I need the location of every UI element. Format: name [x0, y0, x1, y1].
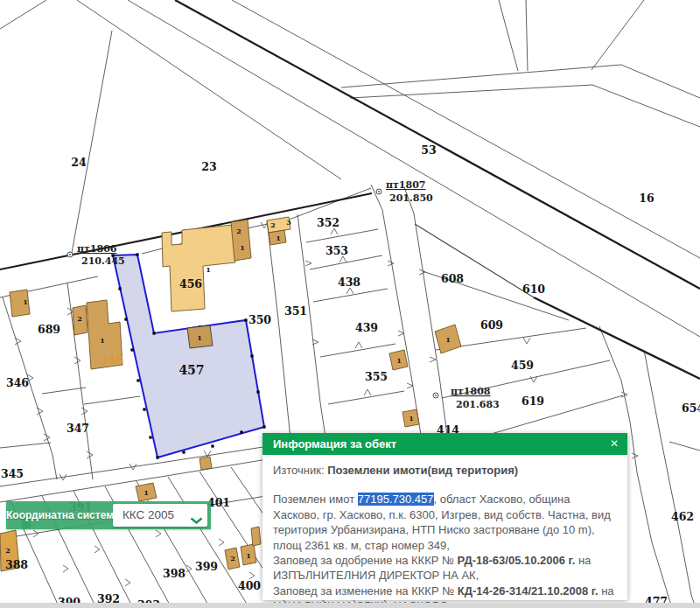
survey-point-elevation: 201.850: [389, 192, 433, 204]
popup-body: Източник: Поземлени имоти(вид територия)…: [262, 455, 627, 608]
building-number-label: 1: [206, 265, 211, 274]
parcel-number-label: 347: [66, 422, 89, 435]
source-value: Поземлени имоти(вид територия): [327, 464, 518, 477]
parcel-number-label: 459: [511, 359, 534, 372]
building-number-label: 2: [5, 546, 10, 555]
survey-point-center: [69, 254, 71, 255]
survey-point-name: пт1806: [77, 243, 117, 255]
building: [251, 527, 261, 546]
map-bottom-edge: [0, 603, 700, 608]
building-number-label: 3: [286, 218, 291, 227]
parcel-number-label: 439: [355, 321, 378, 334]
parcel-number-label: 350: [248, 313, 271, 326]
order-text: Заповед за одобрение на КККР №: [273, 554, 458, 567]
chevron-down-icon[interactable]: [190, 517, 203, 525]
survey-point-center: [435, 395, 437, 396]
cadastre-viewer: пт1806210.445пт1807201.850пт1808201.683 …: [0, 0, 700, 608]
coordinate-system-bar: Координатна система ККС 2005: [6, 501, 211, 529]
parcel-number-label: 689: [38, 323, 60, 336]
parcel-number-label: 398: [163, 567, 186, 580]
parcel-number-label: 351: [284, 304, 307, 318]
parcel-number-label: 438: [338, 276, 360, 289]
parcel-number-label: 346: [6, 376, 29, 389]
source-line: Източник: Поземлени имоти(вид територия): [273, 463, 617, 478]
parcel-number-label: 609: [480, 318, 503, 332]
order-approval-line: Заповед за одобрение на КККР № РД-18-63/…: [273, 553, 617, 584]
building: [200, 457, 212, 470]
building-number-label: 2: [236, 227, 242, 235]
survey-point-name: пт1808: [451, 386, 491, 397]
parcel-number-label: 53: [421, 143, 436, 157]
parcel-number-label: 348: [101, 353, 123, 367]
parcel-number-label: 16: [639, 192, 654, 205]
order-text: Заповед за изменение на КККР №: [273, 584, 458, 598]
parcel-number-label: 23: [201, 160, 216, 173]
parcel-number-label: 345: [1, 467, 24, 480]
parcel-number-label: 24: [71, 156, 87, 169]
order-number: РД-18-63/05.10.2006 г.: [458, 554, 576, 567]
survey-point-name: пт1807: [386, 179, 425, 191]
building-number-label: 2: [230, 554, 235, 563]
coordinate-system-label: Координатна система: [6, 501, 115, 529]
building-number-label: 1: [23, 297, 28, 306]
parcel-number-label: 654: [682, 402, 700, 415]
parcel-number-label: 399: [195, 560, 218, 573]
coordinate-system-select[interactable]: ККС 2005: [113, 504, 207, 527]
building-number-label: 1: [246, 551, 251, 560]
parcel-description: Поземлен имот 77195.730.457, област Хаск…: [273, 492, 617, 553]
popup-header: Информация за обект ✕: [262, 433, 627, 455]
object-info-popup: Информация за обект ✕ Източник: Поземлен…: [262, 433, 627, 600]
building-number-label: 1: [197, 333, 202, 342]
parcel-number-label: 457: [178, 363, 204, 377]
parcel-number-label: 400: [238, 579, 261, 592]
description-text: Поземлен имот: [273, 493, 358, 506]
building-number-label: 1: [409, 414, 414, 423]
building-number-label: 2: [270, 220, 276, 229]
building-number-label: 1: [240, 243, 245, 252]
building-number-label: 1: [100, 336, 105, 345]
coordinate-system-value: ККС 2005: [122, 504, 174, 527]
parcel-number-label: 353: [326, 244, 348, 257]
popup-title: Информация за обект: [273, 437, 396, 451]
parcel-number-label: 355: [365, 370, 388, 383]
parcel-number-label: 456: [179, 277, 202, 290]
survey-point-elevation: 201.683: [456, 399, 500, 410]
parcel-number-label: 352: [317, 216, 340, 229]
order-number: КД-14-26-314/21.10.2008 г.: [458, 584, 598, 598]
building: [162, 225, 235, 311]
parcel-number-label: 610: [522, 283, 545, 296]
building-number-label: 1: [276, 234, 281, 242]
parcel-number-label: 608: [441, 272, 464, 285]
close-icon[interactable]: ✕: [610, 433, 619, 455]
survey-point-elevation: 210.445: [81, 255, 125, 267]
parcel-number-label: 619: [522, 395, 544, 408]
building-number-label: 2: [77, 314, 82, 323]
parcel-number-label: 462: [671, 510, 694, 523]
survey-point-center: [378, 191, 380, 192]
building-number-label: 1: [396, 356, 402, 365]
building-number-label: 1: [144, 488, 149, 497]
parcel-id-highlighted: 77195.730.457: [358, 493, 434, 506]
building-number-label: 1: [445, 335, 451, 344]
source-label: Източник:: [273, 464, 325, 477]
parcel-number-label: 388: [5, 558, 28, 571]
